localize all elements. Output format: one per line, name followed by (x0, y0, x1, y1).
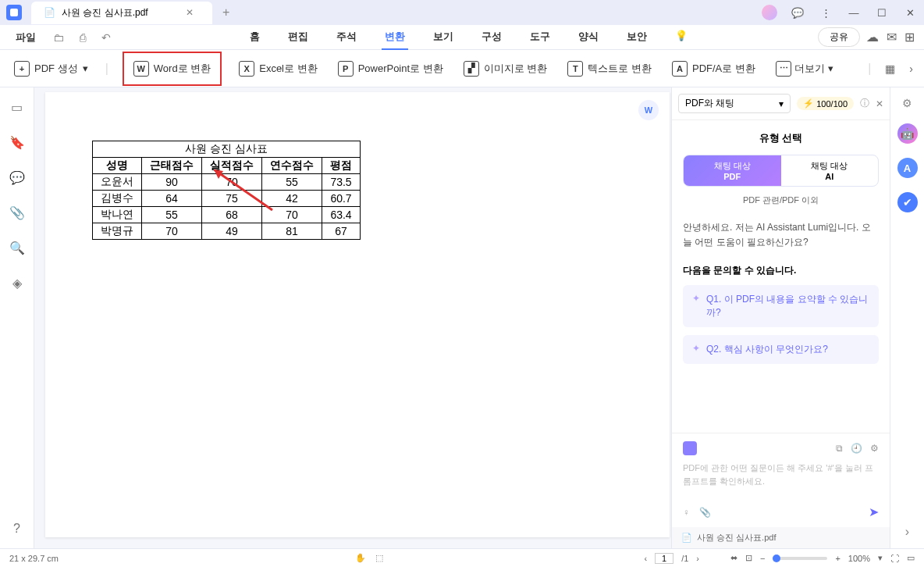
attachment-icon[interactable]: 📎 (9, 205, 25, 220)
status-bar: 21 x 29.7 cm ✋ ⬚ ‹ /1 › ⬌ ⊡ − + 100% ▾ ⛶… (0, 548, 924, 567)
attach-icon[interactable]: 📎 (699, 507, 711, 518)
to-image-button[interactable]: ▞ 이미지로 변환 (460, 56, 551, 81)
new-tab-button[interactable]: + (219, 5, 234, 20)
suggest-q2[interactable]: ✦Q2. 핵심 사항이 무엇인가요? (683, 335, 879, 364)
fullscreen-icon[interactable]: ⛶ (890, 554, 899, 563)
zoom-level[interactable]: 100% (848, 554, 870, 563)
menu-bar: 파일 🗀 ⎙ ↶ 홈 편집 주석 변환 보기 구성 도구 양식 보안 💡 공유 … (0, 25, 924, 50)
suggest-q1[interactable]: ✦Q1. 이 PDF의 내용을 요약할 수 있습니까? (683, 285, 879, 327)
fit-page-icon[interactable]: ⊡ (745, 553, 752, 563)
close-window-icon[interactable]: ✕ (902, 7, 918, 19)
suggest-title: 다음을 문의할 수 있습니다. (683, 264, 879, 277)
zoom-out-icon[interactable]: − (760, 554, 765, 563)
select-tool-icon[interactable]: ⬚ (375, 553, 383, 563)
fit-width-icon[interactable]: ⬌ (730, 553, 737, 563)
tab-tools[interactable]: 도구 (527, 25, 553, 50)
bookmark-icon[interactable]: 🔖 (9, 135, 25, 150)
tab-comment[interactable]: 주석 (333, 25, 360, 50)
chevron-right-icon[interactable]: › (909, 62, 913, 75)
sparkle-icon: ✦ (692, 343, 700, 356)
tab-home[interactable]: 홈 (247, 25, 263, 50)
chevron-down-icon: ▾ (779, 98, 784, 109)
to-pdfa-button[interactable]: A PDF/A로 변환 (669, 56, 759, 81)
table-title: 사원 승진 심사표 (93, 141, 361, 158)
tab-convert[interactable]: 변환 (382, 25, 408, 50)
file-menu[interactable]: 파일 (9, 27, 42, 48)
panel-layout-icon[interactable]: ▦ (885, 62, 895, 75)
layers-icon[interactable]: ◈ (12, 276, 22, 291)
seg-ai[interactable]: 채팅 대상AI (781, 155, 879, 186)
zoom-in-icon[interactable]: + (835, 554, 840, 563)
help-icon[interactable]: ? (13, 522, 20, 536)
comment-icon[interactable]: 💬 (9, 170, 25, 185)
to-excel-button[interactable]: X Excel로 변환 (236, 56, 320, 81)
tab-close-icon[interactable]: ✕ (186, 7, 194, 18)
ai-greeting: 안녕하세요. 저는 AI Assistant Lumi입니다. 오늘 어떤 도움… (683, 220, 879, 250)
type-title: 유형 선택 (683, 131, 879, 145)
translate-icon[interactable]: A (897, 158, 918, 178)
prev-page-icon[interactable]: ‹ (644, 554, 647, 563)
user-avatar[interactable] (762, 5, 777, 20)
minimize-icon[interactable]: — (846, 7, 862, 19)
create-pdf-button[interactable]: + PDF 생성 ▾ (11, 56, 91, 81)
read-mode-icon[interactable]: ▭ (907, 553, 915, 563)
document-tab[interactable]: 📄 사원 승진 심사표.pdf ✕ (31, 2, 212, 24)
to-powerpoint-button[interactable]: P PowerPoint로 변환 (335, 56, 446, 81)
thumbnails-icon[interactable]: ▭ (11, 100, 23, 115)
more-button[interactable]: ⋯ 더보기 ▾ (773, 56, 837, 81)
panel-close-icon[interactable]: ✕ (876, 98, 883, 109)
feedback-icon[interactable]: 💬 (790, 7, 805, 19)
credit-badge[interactable]: ⚡100/100 (797, 97, 854, 110)
next-page-icon[interactable]: › (696, 554, 699, 563)
ai-mode-select[interactable]: PDF와 채팅 ▾ (678, 94, 791, 113)
save-icon[interactable]: 🗀 (48, 28, 69, 47)
word-badge-icon[interactable]: W (638, 100, 659, 120)
seg-pdf[interactable]: 채팅 대상PDF (684, 155, 781, 186)
window-icon[interactable]: ⊞ (904, 30, 915, 45)
to-text-button[interactable]: T 텍스트로 변환 (564, 56, 655, 81)
doc-icon: 📄 (681, 533, 692, 543)
main-tabs: 홈 편집 주석 변환 보기 구성 도구 양식 보안 💡 (247, 25, 691, 50)
document-canvas[interactable]: W 사원 승진 심사표 성명 근태점수 실적점수 연수점수 평점 오윤서9070… (34, 87, 671, 548)
ai-panel: PDF와 채팅 ▾ ⚡100/100 ⓘ ✕ 유형 선택 채팅 대상PDF 채팅… (671, 87, 890, 548)
chevron-right-icon[interactable]: › (905, 525, 909, 539)
tab-edit[interactable]: 편집 (285, 25, 311, 50)
search-icon[interactable]: 🔍 (9, 241, 25, 255)
page-total: /1 (681, 554, 688, 563)
info-icon[interactable]: ⓘ (860, 97, 869, 110)
page-number-input[interactable] (655, 553, 673, 564)
share-button[interactable]: 공유 (818, 27, 860, 47)
print-icon[interactable]: ⎙ (75, 28, 91, 47)
adjust-icon[interactable]: ⚙ (902, 97, 912, 109)
sub-label: PDF 관련/PDF 이외 (683, 194, 879, 206)
app-menu-icon[interactable]: ⋮ (818, 7, 833, 19)
word-icon: W (133, 61, 149, 77)
undo-icon[interactable]: ↶ (97, 28, 116, 47)
mode-icon[interactable] (683, 441, 697, 455)
mail-icon[interactable]: ✉ (887, 30, 897, 45)
dots-icon: ⋯ (776, 61, 791, 77)
highlight-word-convert: W Word로 변환 (123, 52, 222, 86)
send-icon[interactable]: ➤ (869, 505, 879, 519)
maximize-icon[interactable]: ☐ (874, 7, 890, 19)
tab-lightbulb[interactable]: 💡 (672, 25, 691, 50)
left-sidebar: ▭ 🔖 💬 📎 🔍 ◈ ? (0, 87, 34, 548)
tab-form[interactable]: 양식 (575, 25, 602, 50)
copy-icon[interactable]: ⧉ (836, 443, 843, 454)
ai-robot-icon[interactable]: 🤖 (897, 123, 918, 144)
check-icon[interactable]: ✔ (897, 192, 918, 212)
history-icon[interactable]: 🕘 (851, 443, 862, 454)
tab-organize[interactable]: 구성 (478, 25, 505, 50)
tab-view[interactable]: 보기 (430, 25, 457, 50)
tab-protect[interactable]: 보안 (624, 25, 650, 50)
attached-file[interactable]: 📄 사원 승진 심사표.pdf (672, 527, 890, 548)
chevron-down-icon[interactable]: ▾ (878, 553, 883, 563)
prompt-placeholder[interactable]: PDF에 관한 어떤 질문이든 해 주세요 '#'을 눌러 프롬프트를 확인하세… (683, 462, 879, 487)
hand-tool-icon[interactable]: ✋ (355, 553, 366, 563)
zoom-slider[interactable] (773, 557, 827, 560)
settings-icon[interactable]: ⚙ (870, 443, 879, 454)
hint-icon[interactable]: ♀ (683, 507, 690, 518)
cloud-icon[interactable]: ☁ (866, 30, 879, 45)
image-icon: ▞ (464, 61, 479, 77)
to-word-button[interactable]: W Word로 변환 (130, 56, 214, 81)
